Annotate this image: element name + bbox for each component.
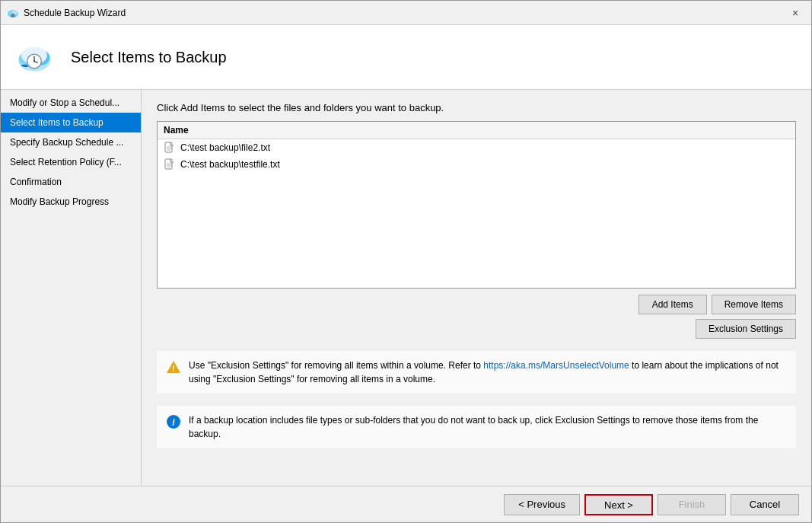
- file-list-header: Name: [158, 122, 795, 139]
- warning-link[interactable]: https://aka.ms/MarsUnselectVolume: [483, 360, 629, 371]
- warning-text: Use "Exclusion Settings" for removing al…: [189, 359, 787, 386]
- warning-icon: !: [166, 359, 181, 375]
- svg-rect-16: [21, 65, 27, 66]
- exclusion-settings-button[interactable]: Exclusion Settings: [696, 319, 796, 339]
- svg-rect-4: [13, 14, 14, 16]
- sidebar-item-confirmation[interactable]: Confirmation: [1, 172, 141, 192]
- svg-point-5: [11, 15, 13, 17]
- file-icon: [164, 158, 176, 171]
- next-button[interactable]: Next >: [584, 494, 653, 515]
- finish-button[interactable]: Finish: [658, 494, 726, 515]
- svg-point-6: [14, 15, 15, 17]
- header-icon: [13, 34, 59, 80]
- title-bar: Schedule Backup Wizard ×: [1, 1, 811, 25]
- main-layout: Modify or Stop a Schedul... Select Items…: [1, 90, 811, 486]
- file-path-1: C:\test backup\file2.txt: [180, 142, 270, 153]
- window-title: Schedule Backup Wizard: [24, 8, 785, 18]
- info-icon: i: [166, 414, 181, 429]
- info-text: If a backup location includes file types…: [189, 413, 787, 441]
- sidebar-item-select-items[interactable]: Select Items to Backup: [1, 113, 141, 132]
- sidebar-item-retention-policy[interactable]: Select Retention Policy (F...: [1, 152, 141, 172]
- close-button[interactable]: ×: [785, 5, 805, 21]
- instruction-text: Click Add Items to select the files and …: [157, 102, 796, 113]
- svg-text:!: !: [172, 364, 175, 373]
- file-path-2: C:\test backup\testfile.txt: [180, 159, 280, 170]
- add-items-button[interactable]: Add Items: [638, 295, 707, 314]
- app-icon: [7, 7, 19, 19]
- content-area: Click Add Items to select the files and …: [142, 90, 811, 486]
- wizard-header: Select Items to Backup: [1, 25, 811, 90]
- previous-button[interactable]: < Previous: [504, 494, 580, 515]
- file-list: Name C:\test backup\file2.txt: [157, 121, 796, 289]
- remove-items-button[interactable]: Remove Items: [712, 295, 796, 314]
- sidebar-item-specify-schedule[interactable]: Specify Backup Schedule ...: [1, 132, 141, 152]
- svg-point-14: [33, 60, 35, 62]
- sidebar-item-modify-progress[interactable]: Modify Backup Progress: [1, 192, 141, 212]
- page-title: Select Items to Backup: [71, 49, 227, 66]
- exclusion-btn-row: Exclusion Settings: [157, 319, 796, 339]
- sidebar-item-modify-stop[interactable]: Modify or Stop a Schedul...: [1, 93, 141, 113]
- info-box: i If a backup location includes file typ…: [157, 406, 796, 448]
- file-action-buttons: Add Items Remove Items: [157, 295, 796, 314]
- wizard-footer: < Previous Next > Finish Cancel: [1, 486, 811, 522]
- sidebar: Modify or Stop a Schedul... Select Items…: [1, 90, 142, 486]
- warning-box: ! Use "Exclusion Settings" for removing …: [157, 351, 796, 394]
- file-list-item[interactable]: C:\test backup\testfile.txt: [158, 156, 795, 173]
- wizard-window: Schedule Backup Wizard × Select Items to: [0, 0, 812, 523]
- file-list-item[interactable]: C:\test backup\file2.txt: [158, 139, 795, 156]
- cancel-button[interactable]: Cancel: [731, 494, 799, 515]
- file-icon: [164, 142, 176, 154]
